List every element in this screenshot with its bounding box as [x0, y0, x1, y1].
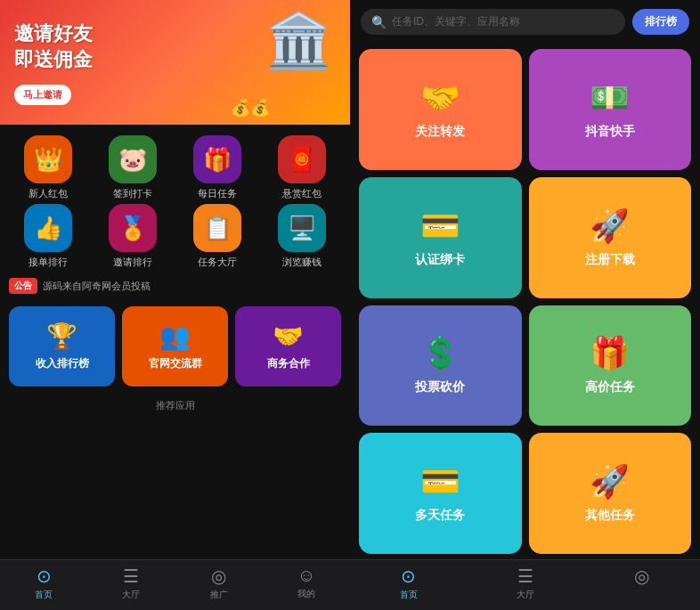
right-home-label: 首页 — [400, 589, 418, 601]
task-hall-icon: 📋 — [193, 204, 241, 252]
follow-forward-label: 关注转发 — [415, 124, 465, 140]
mine-label: 我的 — [297, 588, 315, 600]
official-group-card[interactable]: 👥 官网交流群 — [122, 306, 228, 386]
register-download-label: 注册下载 — [585, 252, 635, 268]
hall-label: 大厅 — [122, 589, 140, 601]
search-bar: 🔍 任务ID、关键字、应用名称 排行榜 — [350, 0, 700, 44]
sign-in-label: 签到打卡 — [113, 187, 152, 200]
home-icon: ⊙ — [37, 565, 52, 587]
search-icon: 🔍 — [371, 15, 387, 29]
banner-title: 邀请好友 即送佣金 — [14, 21, 93, 72]
vote-price-icon: 💲 — [420, 335, 460, 372]
business-label: 商务合作 — [267, 356, 310, 371]
bind-card-icon: 💳 — [420, 207, 460, 245]
order-rank-item[interactable]: 👍 接单排行 — [7, 204, 88, 269]
bind-card-label: 认证绑卡 — [415, 252, 465, 268]
search-input-wrap[interactable]: 🔍 任务ID、关键字、应用名称 — [361, 9, 625, 35]
sign-in-item[interactable]: 🐷 签到打卡 — [92, 135, 173, 200]
multi-day-label: 多天任务 — [415, 508, 465, 524]
high-price-label: 高价任务 — [585, 379, 635, 395]
notice-tag: 公告 — [9, 278, 37, 294]
invite-rank-item[interactable]: 🏅 邀请排行 — [92, 204, 173, 269]
new-red-packet-item[interactable]: 👑 新人红包 — [7, 135, 88, 200]
task-hall-item[interactable]: 📋 任务大厅 — [177, 204, 258, 269]
hall-icon: ☰ — [123, 565, 139, 587]
business-card[interactable]: 🤝 商务合作 — [235, 306, 341, 386]
bottom-cards: 🏆 收入排行榜 👥 官网交流群 🤝 商务合作 — [0, 299, 350, 394]
multi-day-icon: 💳 — [420, 463, 460, 500]
rank-button[interactable]: 排行榜 — [632, 9, 689, 35]
invite-rank-icon: 🏅 — [109, 204, 157, 252]
right-bottom-nav: ⊙ 首页 ☰ 大厅 ◎ — [350, 559, 700, 610]
douyin-card[interactable]: 💵 抖音快手 — [529, 49, 692, 170]
right-hall-label: 大厅 — [517, 589, 534, 601]
order-rank-label: 接单排行 — [28, 256, 68, 269]
banner-button[interactable]: 马上邀请 — [14, 85, 71, 105]
more-label: 推荐应用 — [0, 394, 350, 414]
follow-forward-card[interactable]: 🤝 关注转发 — [359, 49, 522, 170]
high-price-icon: 🎁 — [590, 335, 630, 372]
bind-card-card[interactable]: 💳 认证绑卡 — [359, 177, 522, 298]
register-download-icon: 🚀 — [590, 207, 630, 245]
promote-label: 推广 — [210, 589, 228, 601]
right-nav-home[interactable]: ⊙ 首页 — [350, 565, 467, 601]
income-rank-card[interactable]: 🏆 收入排行榜 — [9, 306, 115, 386]
income-rank-label: 收入排行榜 — [36, 356, 89, 371]
official-group-icon: 👥 — [159, 321, 191, 351]
icon-grid: 👑 新人红包 🐷 签到打卡 🎁 每日任务 🧧 悬赏红包 👍 接单排行 🏅 邀请排… — [0, 125, 350, 272]
nav-mine[interactable]: ☺ 我的 — [263, 565, 350, 601]
sign-in-icon: 🐷 — [109, 135, 157, 183]
daily-task-label: 每日任务 — [198, 187, 237, 200]
invite-banner[interactable]: 邀请好友 即送佣金 马上邀请 🏛️ 💰💰 — [0, 0, 350, 125]
browse-earn-label: 浏览赚钱 — [282, 256, 322, 269]
reward-red-packet-item[interactable]: 🧧 悬赏红包 — [262, 135, 343, 200]
other-task-label: 其他任务 — [585, 508, 635, 524]
daily-task-item[interactable]: 🎁 每日任务 — [177, 135, 258, 200]
notice-bar: 公告 源码来自阿奇网会员投稿 — [0, 272, 350, 299]
multi-day-card[interactable]: 💳 多天任务 — [359, 433, 522, 554]
douyin-label: 抖音快手 — [585, 124, 635, 140]
banner-icon: 🏛️ — [265, 9, 332, 72]
vote-price-card[interactable]: 💲 投票砍价 — [359, 305, 522, 427]
reward-red-packet-icon: 🧧 — [278, 135, 326, 183]
high-price-card[interactable]: 🎁 高价任务 — [529, 305, 692, 427]
new-red-packet-icon: 👑 — [24, 135, 72, 183]
right-home-icon: ⊙ — [401, 565, 416, 587]
task-hall-label: 任务大厅 — [198, 256, 237, 269]
official-group-label: 官网交流群 — [149, 356, 202, 371]
nav-hall[interactable]: ☰ 大厅 — [87, 565, 175, 601]
right-mine-icon: ◎ — [634, 565, 649, 587]
douyin-icon: 💵 — [590, 79, 630, 117]
banner-coins: 💰💰 — [231, 98, 270, 118]
search-placeholder: 任务ID、关键字、应用名称 — [392, 14, 520, 29]
follow-forward-icon: 🤝 — [420, 79, 460, 117]
right-nav-hall[interactable]: ☰ 大厅 — [467, 565, 583, 601]
vote-price-label: 投票砍价 — [415, 379, 465, 395]
income-rank-icon: 🏆 — [46, 321, 77, 351]
notice-text: 源码来自阿奇网会员投稿 — [43, 280, 151, 293]
other-task-icon: 🚀 — [590, 463, 630, 500]
right-panel: 🔍 任务ID、关键字、应用名称 排行榜 🤝 关注转发 💵 抖音快手 💳 认证绑卡… — [350, 0, 700, 610]
right-hall-icon: ☰ — [517, 565, 533, 587]
browse-earn-icon: 🖥️ — [278, 204, 326, 252]
right-nav-mine[interactable]: ◎ — [583, 565, 700, 601]
reward-red-packet-label: 悬赏红包 — [282, 187, 322, 200]
task-grid: 🤝 关注转发 💵 抖音快手 💳 认证绑卡 🚀 注册下载 💲 投票砍价 🎁 高价任… — [350, 44, 700, 559]
home-label: 首页 — [35, 589, 53, 601]
order-rank-icon: 👍 — [24, 204, 72, 252]
nav-promote[interactable]: ◎ 推广 — [175, 565, 263, 601]
mine-icon: ☺ — [297, 565, 315, 586]
promote-icon: ◎ — [211, 565, 226, 587]
left-bottom-nav: ⊙ 首页 ☰ 大厅 ◎ 推广 ☺ 我的 — [0, 559, 350, 610]
register-download-card[interactable]: 🚀 注册下载 — [529, 177, 692, 298]
nav-home[interactable]: ⊙ 首页 — [0, 565, 87, 601]
left-panel: 邀请好友 即送佣金 马上邀请 🏛️ 💰💰 👑 新人红包 🐷 签到打卡 🎁 每日任… — [0, 0, 350, 610]
business-icon: 🤝 — [273, 321, 304, 351]
invite-rank-label: 邀请排行 — [113, 256, 152, 269]
browse-earn-item[interactable]: 🖥️ 浏览赚钱 — [262, 204, 343, 269]
new-red-packet-label: 新人红包 — [28, 187, 68, 200]
daily-task-icon: 🎁 — [193, 135, 241, 183]
other-task-card[interactable]: 🚀 其他任务 — [529, 433, 692, 554]
